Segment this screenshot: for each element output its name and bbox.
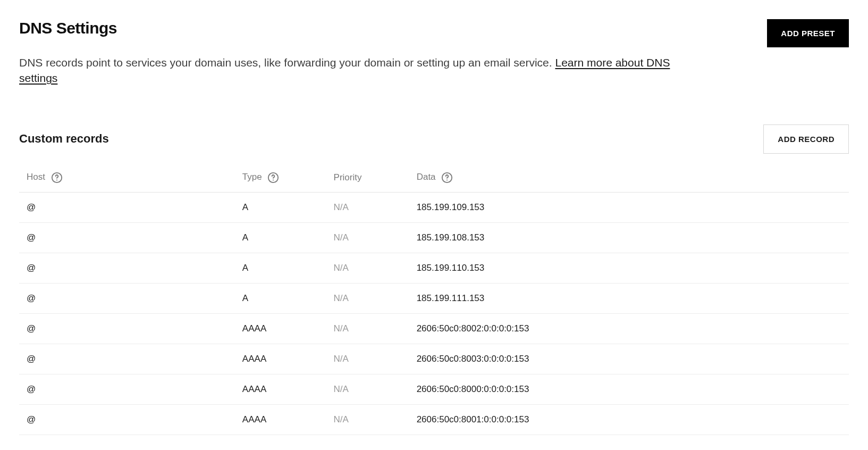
- column-label: Host: [27, 172, 45, 182]
- cell-type: A: [235, 222, 326, 253]
- cell-data: 2606:50c0:8002:0:0:0:0:153: [409, 313, 849, 344]
- table-row[interactable]: @AAAAN/A2606:50c0:8001:0:0:0:0:153: [19, 404, 849, 435]
- cell-priority: N/A: [326, 253, 409, 283]
- cell-host: @: [19, 344, 235, 374]
- description-text: DNS records point to services your domai…: [19, 56, 555, 69]
- cell-type: AAAA: [235, 404, 326, 435]
- cell-host: @: [19, 404, 235, 435]
- cell-host: @: [19, 222, 235, 253]
- cell-type: AAAA: [235, 344, 326, 374]
- dns-records-table: Host Type: [19, 163, 849, 435]
- cell-host: @: [19, 253, 235, 283]
- cell-data: 2606:50c0:8001:0:0:0:0:153: [409, 404, 849, 435]
- cell-priority: N/A: [326, 374, 409, 404]
- column-label: Priority: [334, 172, 362, 182]
- table-row[interactable]: @AN/A185.199.111.153: [19, 283, 849, 313]
- cell-data: 185.199.109.153: [409, 192, 849, 222]
- column-header-host: Host: [19, 163, 235, 193]
- cell-host: @: [19, 374, 235, 404]
- column-header-data: Data: [409, 163, 849, 193]
- column-header-priority: Priority: [326, 163, 409, 193]
- table-row[interactable]: @AN/A185.199.109.153: [19, 192, 849, 222]
- cell-data: 185.199.111.153: [409, 283, 849, 313]
- column-header-type: Type: [235, 163, 326, 193]
- cell-type: A: [235, 192, 326, 222]
- help-icon[interactable]: [441, 172, 453, 184]
- cell-type: AAAA: [235, 374, 326, 404]
- table-row[interactable]: @AAAAN/A2606:50c0:8003:0:0:0:0:153: [19, 344, 849, 374]
- table-row[interactable]: @AAAAN/A2606:50c0:8002:0:0:0:0:153: [19, 313, 849, 344]
- svg-point-3: [273, 179, 274, 180]
- cell-type: A: [235, 253, 326, 283]
- page-description: DNS records point to services your domai…: [19, 55, 710, 86]
- table-row[interactable]: @AN/A185.199.108.153: [19, 222, 849, 253]
- add-record-button[interactable]: ADD RECORD: [763, 124, 849, 154]
- cell-priority: N/A: [326, 313, 409, 344]
- column-label: Data: [417, 172, 436, 182]
- cell-host: @: [19, 283, 235, 313]
- cell-host: @: [19, 313, 235, 344]
- cell-priority: N/A: [326, 283, 409, 313]
- cell-data: 2606:50c0:8003:0:0:0:0:153: [409, 344, 849, 374]
- column-label: Type: [242, 172, 262, 182]
- svg-point-1: [56, 179, 57, 180]
- cell-type: A: [235, 283, 326, 313]
- svg-point-5: [446, 179, 448, 180]
- section-title: Custom records: [19, 132, 109, 146]
- cell-host: @: [19, 192, 235, 222]
- cell-priority: N/A: [326, 404, 409, 435]
- cell-priority: N/A: [326, 344, 409, 374]
- help-icon[interactable]: [267, 172, 279, 184]
- help-icon[interactable]: [51, 172, 63, 184]
- cell-data: 185.199.110.153: [409, 253, 849, 283]
- table-row[interactable]: @AAAAN/A2606:50c0:8000:0:0:0:0:153: [19, 374, 849, 404]
- cell-type: AAAA: [235, 313, 326, 344]
- table-row[interactable]: @AN/A185.199.110.153: [19, 253, 849, 283]
- add-preset-button[interactable]: ADD PRESET: [767, 19, 849, 47]
- cell-priority: N/A: [326, 222, 409, 253]
- cell-data: 185.199.108.153: [409, 222, 849, 253]
- cell-data: 2606:50c0:8000:0:0:0:0:153: [409, 374, 849, 404]
- cell-priority: N/A: [326, 192, 409, 222]
- page-title: DNS Settings: [19, 19, 117, 37]
